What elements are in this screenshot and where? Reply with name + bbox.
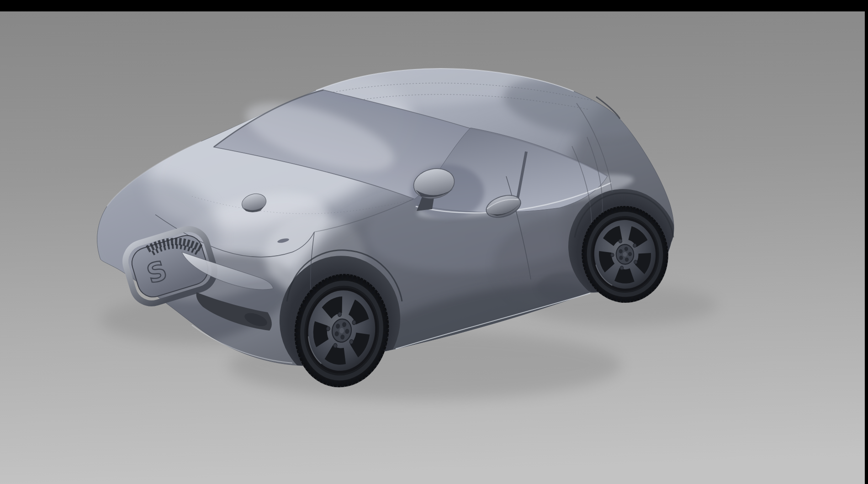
application-window: S — [0, 0, 868, 484]
top-bar — [0, 0, 868, 11]
right-bar — [865, 0, 868, 484]
render-viewport[interactable]: S — [0, 0, 868, 484]
